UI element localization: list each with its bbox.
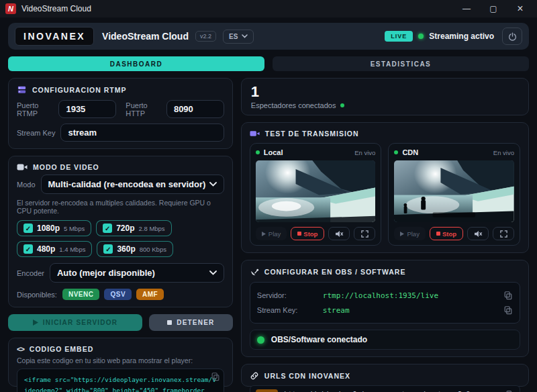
stream-key-input[interactable]: stream bbox=[60, 124, 224, 142]
cdn-live-label: En vivo bbox=[493, 149, 514, 156]
copy-icon[interactable] bbox=[503, 291, 513, 300]
language-value: ES bbox=[229, 33, 238, 40]
stop-icon bbox=[297, 232, 301, 236]
local-video-preview[interactable] bbox=[256, 160, 376, 222]
encoder-select-value: Auto (mejor disponible) bbox=[57, 268, 155, 278]
cdn-fullscreen-button[interactable] bbox=[493, 227, 514, 240]
hls-badge: HLS bbox=[256, 389, 279, 392]
encoder-label: Encoder bbox=[17, 269, 44, 277]
local-live-dot bbox=[256, 150, 260, 154]
cdn-mute-button[interactable] bbox=[467, 227, 489, 240]
app-logo-icon: N bbox=[5, 3, 16, 14]
app-title: VideoStream Cloud bbox=[102, 31, 189, 42]
rtmp-config-title: CONFIGURACION RTMP bbox=[32, 86, 127, 94]
mute-icon bbox=[335, 230, 344, 238]
local-fullscreen-button[interactable] bbox=[354, 227, 375, 240]
live-badge: LIVE bbox=[385, 31, 413, 42]
broadcast-icon bbox=[250, 130, 260, 138]
local-play-button[interactable]: Play bbox=[256, 227, 287, 240]
quality-chip-720p[interactable]: ✓ 720p 2.8 Mbps bbox=[96, 220, 171, 236]
window-title: VideoStream Cloud bbox=[21, 4, 91, 13]
viewers-label: Espectadores conectados bbox=[251, 101, 336, 109]
copy-icon[interactable] bbox=[211, 372, 220, 381]
quality-chip-480p[interactable]: ✓ 480p 1.4 Mbps bbox=[17, 241, 92, 257]
connected-status-dot bbox=[257, 336, 264, 344]
rtmp-port-input[interactable]: 1935 bbox=[58, 100, 116, 118]
close-button[interactable]: × bbox=[509, 1, 532, 16]
obs-key-value: stream bbox=[323, 306, 350, 315]
mode-select[interactable]: Multi-calidad (re-encodea en servidor) bbox=[41, 175, 224, 194]
stop-icon bbox=[167, 320, 172, 325]
obs-config-panel: CONFIGURAR EN OBS / SOFTWARE Servidor: r… bbox=[241, 260, 529, 357]
satellite-icon bbox=[250, 267, 259, 277]
cdn-urls-title: URLS CDN INOVANEX bbox=[264, 372, 350, 380]
video-camera-icon bbox=[17, 163, 28, 171]
encoder-select[interactable]: Auto (mejor disponible) bbox=[50, 263, 224, 283]
encoder-badge-amf: AMF bbox=[136, 289, 164, 300]
quality-bitrate: 2.8 Mbps bbox=[139, 225, 165, 232]
power-icon bbox=[508, 32, 517, 41]
cdn-play-button[interactable]: Play bbox=[394, 227, 425, 240]
play-icon bbox=[262, 232, 266, 236]
app-header: INOVANEX VideoStream Cloud v2.2 ES LIVE … bbox=[8, 23, 529, 50]
mode-hint: El servidor re-encodea a multiples calid… bbox=[17, 199, 224, 215]
http-port-input[interactable]: 8090 bbox=[166, 100, 224, 118]
play-label: Play bbox=[268, 230, 281, 238]
play-icon bbox=[33, 320, 38, 326]
play-icon bbox=[400, 232, 404, 236]
quality-chip-1080p[interactable]: ✓ 1080p 5 Mbps bbox=[17, 220, 91, 236]
streaming-status-text: Streaming activo bbox=[429, 32, 494, 41]
quality-bitrate: 1.4 Mbps bbox=[59, 246, 85, 253]
rtmp-config-panel: CONFIGURACION RTMP Puerto RTMP 1935 Puer… bbox=[8, 78, 233, 149]
embed-code[interactable]: <iframe src="https://videoplayer.inovane… bbox=[17, 369, 224, 392]
transmission-test-panel: TEST DE TRANSMISION Local En vivo bbox=[241, 122, 529, 253]
cdn-urls-panel: URLS CDN INOVANEX HLS https://videodemo2… bbox=[241, 364, 529, 387]
quality-bitrate: 5 Mbps bbox=[64, 225, 85, 232]
start-server-label: INICIAR SERVIDOR bbox=[43, 319, 117, 326]
encoder-badge-qsv: QSV bbox=[104, 289, 132, 300]
chevron-down-icon bbox=[209, 182, 217, 187]
mode-label: Modo bbox=[17, 181, 36, 189]
mute-icon bbox=[474, 230, 483, 238]
tab-bar: DASHBOARD ESTADISTICAS bbox=[8, 56, 529, 71]
video-mode-panel: MODO DE VIDEO Modo Multi-calidad (re-enc… bbox=[8, 156, 233, 307]
minimize-button[interactable]: — bbox=[455, 1, 478, 16]
tab-dashboard[interactable]: DASHBOARD bbox=[8, 56, 264, 71]
obs-credentials-box: Servidor: rtmp://localhost:1935/live Str… bbox=[250, 282, 520, 324]
embed-title: CODIGO EMBED bbox=[30, 345, 93, 353]
quality-chip-360p[interactable]: ✓ 360p 800 Kbps bbox=[97, 241, 173, 257]
language-select[interactable]: ES bbox=[223, 30, 254, 44]
hls-url-row: HLS https://videodemo2.inovanex.stream/m… bbox=[250, 385, 520, 392]
obs-connected-status: OBS/Software conectado bbox=[250, 330, 520, 350]
embed-hint: Copia este codigo en tu sitio web para m… bbox=[17, 356, 224, 364]
cdn-video-preview[interactable] bbox=[394, 160, 514, 222]
http-port-label: Puerto HTTP bbox=[126, 101, 161, 117]
local-stop-button[interactable]: Stop bbox=[291, 227, 324, 240]
checkbox-checked-icon: ✓ bbox=[23, 244, 33, 254]
power-button[interactable] bbox=[502, 28, 522, 45]
checkbox-checked-icon: ✓ bbox=[23, 224, 33, 233]
titlebar: N VideoStream Cloud — ▢ × bbox=[0, 0, 537, 17]
encoder-badge-nvenc: NVENC bbox=[62, 289, 100, 300]
start-server-button[interactable]: INICIAR SERVIDOR bbox=[8, 314, 142, 331]
version-badge: v2.2 bbox=[195, 31, 216, 42]
local-mute-button[interactable] bbox=[328, 227, 350, 240]
maximize-button[interactable]: ▢ bbox=[482, 1, 505, 16]
mode-select-value: Multi-calidad (re-encodea en servidor) bbox=[48, 179, 206, 189]
viewers-status-dot bbox=[340, 103, 344, 107]
stop-label: Stop bbox=[303, 230, 318, 238]
cdn-stop-button[interactable]: Stop bbox=[430, 227, 463, 240]
quality-res: 720p bbox=[116, 224, 134, 233]
chevron-down-icon bbox=[242, 34, 248, 38]
stop-server-button[interactable]: DETENER bbox=[149, 314, 233, 331]
obs-key-label: Stream Key: bbox=[257, 306, 319, 314]
fullscreen-icon bbox=[361, 230, 369, 238]
viewers-count: 1 bbox=[251, 84, 519, 100]
tab-estadisticas[interactable]: ESTADISTICAS bbox=[273, 56, 529, 71]
stop-icon bbox=[436, 232, 440, 236]
quality-res: 1080p bbox=[37, 224, 60, 233]
obs-server-value: rtmp://localhost:1935/live bbox=[323, 291, 438, 300]
streaming-status-dot bbox=[418, 34, 424, 39]
copy-icon[interactable] bbox=[503, 305, 513, 315]
viewers-panel: 1 Espectadores conectados bbox=[241, 78, 529, 115]
